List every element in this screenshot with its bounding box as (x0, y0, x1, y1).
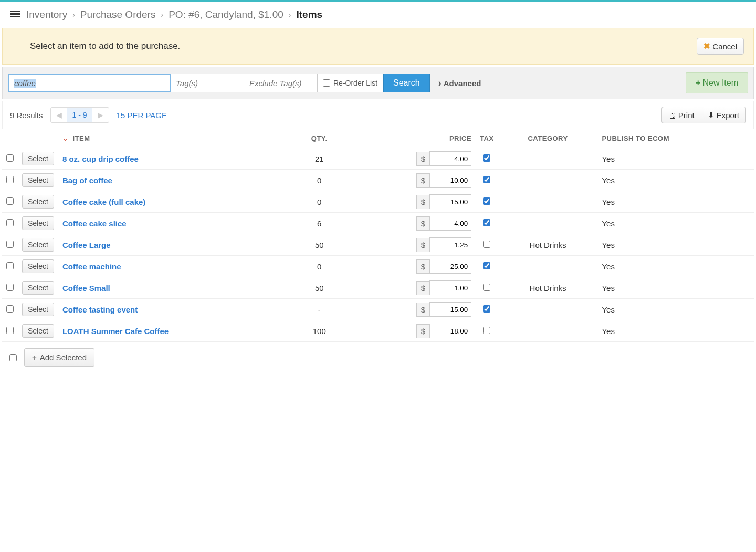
row-checkbox[interactable] (6, 284, 14, 291)
pager-next[interactable]: ▶ (92, 108, 109, 122)
add-selected-label: Add Selected (40, 353, 87, 362)
ecom-value: Yes (597, 256, 754, 277)
tax-checkbox[interactable] (483, 197, 490, 205)
price-input[interactable] (429, 216, 471, 231)
print-icon: 🖨 (668, 111, 676, 120)
col-ecom[interactable]: PUBLISH TO ECOM (597, 129, 754, 148)
tax-checkbox[interactable] (483, 154, 490, 162)
tax-checkbox[interactable] (483, 219, 490, 226)
search-button[interactable]: Search (383, 74, 430, 92)
category-value (498, 191, 598, 213)
reorder-checkbox[interactable] (323, 79, 330, 87)
item-link[interactable]: Coffee Small (62, 284, 110, 293)
select-row-button[interactable]: Select (22, 281, 54, 295)
price-input[interactable] (429, 173, 471, 188)
currency-prefix: $ (416, 173, 429, 188)
table-row: SelectCoffee cake slice6$Yes (2, 213, 754, 234)
row-checkbox[interactable] (6, 305, 14, 313)
inventory-icon (10, 11, 21, 19)
tax-checkbox[interactable] (483, 305, 490, 313)
ecom-value: Yes (597, 277, 754, 299)
breadcrumb-inventory[interactable]: Inventory (26, 9, 67, 20)
price-input[interactable] (429, 237, 471, 252)
item-link[interactable]: LOATH Summer Cafe Coffee (62, 327, 169, 336)
price-input[interactable] (429, 280, 471, 295)
search-input[interactable] (8, 74, 171, 92)
item-link[interactable]: Coffee Large (62, 241, 111, 249)
tax-checkbox[interactable] (483, 241, 490, 248)
breadcrumb-po-detail[interactable]: PO: #6, Candyland, $1.00 (169, 9, 284, 20)
tax-checkbox[interactable] (483, 176, 490, 183)
row-checkbox[interactable] (6, 262, 14, 269)
qty-value: 50 (294, 234, 345, 256)
select-row-button[interactable]: Select (22, 303, 54, 316)
advanced-toggle[interactable]: Advanced (438, 78, 481, 89)
row-checkbox[interactable] (6, 327, 14, 334)
table-row: SelectCoffee tasting event-$Yes (2, 299, 754, 320)
row-checkbox[interactable] (6, 219, 14, 226)
category-value (498, 170, 598, 191)
select-row-button[interactable]: Select (22, 238, 54, 252)
col-category[interactable]: CATEGORY (498, 129, 598, 148)
pager: ◀ 1 - 9 ▶ (50, 107, 109, 123)
select-row-button[interactable]: Select (22, 259, 54, 273)
close-icon: ✖ (704, 41, 710, 51)
currency-prefix: $ (416, 324, 429, 338)
row-checkbox[interactable] (6, 197, 14, 205)
pager-range[interactable]: 1 - 9 (67, 108, 92, 122)
filter-bar: Re-Order List Search Advanced New Item (2, 67, 754, 99)
item-link[interactable]: Bag of coffee (62, 176, 112, 185)
exclude-tags-input[interactable] (244, 74, 318, 92)
qty-value: 6 (294, 213, 345, 234)
price-input[interactable] (429, 259, 471, 274)
select-row-button[interactable]: Select (22, 152, 54, 165)
price-input[interactable] (429, 151, 471, 166)
print-button[interactable]: 🖨 Print (662, 107, 701, 123)
pager-prev[interactable]: ◀ (51, 108, 67, 122)
category-value (498, 320, 598, 342)
select-all-footer-checkbox[interactable] (9, 354, 17, 361)
price-input[interactable] (429, 194, 471, 209)
reorder-list-toggle[interactable]: Re-Order List (318, 74, 383, 92)
col-tax[interactable]: TAX (476, 129, 498, 148)
table-row: SelectCoffee Small50$Hot DrinksYes (2, 277, 754, 299)
row-checkbox[interactable] (6, 241, 14, 248)
new-item-button[interactable]: New Item (686, 72, 748, 93)
ecom-value: Yes (597, 170, 754, 191)
ecom-value: Yes (597, 213, 754, 234)
item-link[interactable]: Coffee cake (full cake) (62, 197, 145, 206)
select-row-button[interactable]: Select (22, 324, 54, 338)
select-row-button[interactable]: Select (22, 195, 54, 209)
col-price[interactable]: PRICE (344, 129, 476, 148)
col-qty[interactable]: QTY. (294, 129, 345, 148)
select-row-button[interactable]: Select (22, 216, 54, 230)
cancel-button[interactable]: ✖ Cancel (697, 38, 744, 55)
select-row-button[interactable]: Select (22, 173, 54, 187)
item-link[interactable]: Coffee machine (62, 262, 121, 271)
ecom-value: Yes (597, 320, 754, 342)
item-link[interactable]: 8 oz. cup drip coffee (62, 154, 139, 163)
tax-checkbox[interactable] (483, 284, 490, 291)
item-link[interactable]: Coffee cake slice (62, 219, 127, 228)
price-input[interactable] (429, 324, 471, 338)
breadcrumb-purchase-orders[interactable]: Purchase Orders (80, 9, 156, 20)
table-row: SelectBag of coffee0$Yes (2, 170, 754, 191)
tags-input[interactable] (171, 74, 244, 92)
export-button[interactable]: ⬇ Export (701, 107, 746, 123)
per-page-select[interactable]: 15 PER PAGE (117, 111, 167, 120)
sort-caret-icon: ⌄ (62, 134, 69, 142)
tax-checkbox[interactable] (483, 262, 490, 269)
category-value: Hot Drinks (498, 234, 598, 256)
chevron-right-icon: › (289, 11, 291, 19)
col-item[interactable]: ⌄ ITEM (58, 129, 294, 148)
qty-value: 0 (294, 256, 345, 277)
currency-prefix: $ (416, 281, 429, 295)
row-checkbox[interactable] (6, 154, 14, 162)
add-selected-button[interactable]: Add Selected (24, 348, 94, 367)
row-checkbox[interactable] (6, 176, 14, 183)
tax-checkbox[interactable] (483, 327, 490, 334)
item-link[interactable]: Coffee tasting event (62, 305, 138, 314)
qty-value: 100 (294, 320, 345, 342)
price-input[interactable] (429, 302, 471, 317)
advanced-label: Advanced (444, 79, 481, 88)
